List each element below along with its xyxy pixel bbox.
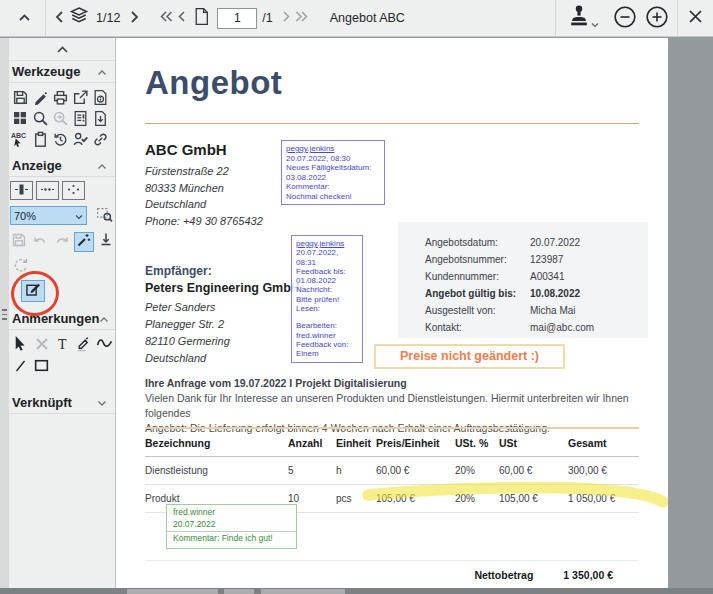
chevron-up-icon xyxy=(97,64,107,79)
sidebar-collapse-button[interactable] xyxy=(9,38,115,61)
save-button[interactable] xyxy=(10,88,30,109)
zoom-out-button[interactable] xyxy=(613,5,637,32)
scroll-to-end-button[interactable] xyxy=(97,231,115,252)
save-icon xyxy=(11,232,27,251)
undo-icon xyxy=(32,232,48,251)
sidebar: Werkzeuge ABC Anzei xyxy=(0,38,116,588)
fit-visible-button[interactable] xyxy=(36,181,59,200)
history-icon xyxy=(52,131,69,151)
chevron-right-icon xyxy=(130,10,140,27)
prev-page-button[interactable] xyxy=(177,10,186,26)
history-button[interactable] xyxy=(50,130,70,151)
select-text-button[interactable]: ABC xyxy=(10,130,30,151)
annotation-tools-grid: T xyxy=(9,330,116,384)
undo-button[interactable] xyxy=(31,231,49,252)
export-button[interactable] xyxy=(70,88,90,109)
pdf-annotation-app: 1/12 /1 Angebot ABC xyxy=(0,0,713,594)
delete-annotation-button[interactable] xyxy=(31,334,52,356)
edit-annotation-button[interactable] xyxy=(21,280,45,302)
rotate-button[interactable] xyxy=(10,256,30,277)
collapse-toolbar-button[interactable] xyxy=(17,11,32,26)
sign-pen-button[interactable] xyxy=(30,88,50,109)
chevron-down-icon xyxy=(97,395,107,410)
grid-icon xyxy=(12,110,28,129)
layers-icon xyxy=(68,6,90,30)
document-info-button[interactable] xyxy=(90,88,110,109)
sender-block: ABC GmbH Fürstenstraße 22 80333 München … xyxy=(145,141,263,229)
sidebar-grip[interactable] xyxy=(0,306,7,320)
double-chevron-right-icon xyxy=(294,10,309,26)
zoom-level-select[interactable]: 70% xyxy=(10,206,87,225)
chevron-up-icon xyxy=(97,158,107,173)
search-next-button[interactable] xyxy=(50,109,70,130)
form-fields-button[interactable] xyxy=(70,109,90,130)
fit-width-button[interactable] xyxy=(10,181,33,200)
last-page-button[interactable] xyxy=(294,10,309,26)
redo-icon xyxy=(54,232,70,251)
search-button[interactable] xyxy=(30,109,50,130)
marquee-zoom-icon xyxy=(96,206,113,226)
svg-text:T: T xyxy=(58,337,67,352)
total-row: Nettobetrag 1 350,00 € xyxy=(145,569,613,581)
prev-annotation-button[interactable] xyxy=(54,10,64,27)
toolbar-separator xyxy=(555,0,556,36)
close-button[interactable] xyxy=(687,8,704,28)
page-number-input[interactable] xyxy=(217,8,257,29)
rotate-icon xyxy=(12,257,29,277)
download-icon xyxy=(92,110,109,130)
magic-wand-button[interactable] xyxy=(74,232,94,252)
panel-title: Werkzeuge xyxy=(12,64,80,79)
chevron-right-icon xyxy=(282,10,291,26)
heading-rule xyxy=(145,123,639,124)
panel-header-anmerkungen[interactable]: Anmerkungen xyxy=(9,308,115,330)
download-button[interactable] xyxy=(90,109,110,130)
zoom-controls: 70% xyxy=(9,202,115,228)
feedback-annotation[interactable]: peggy.jenkins 20.07.2022, 08:31 Feedback… xyxy=(291,235,363,363)
grid-view-button[interactable] xyxy=(10,109,30,130)
freehand-icon xyxy=(96,335,113,355)
print-icon xyxy=(52,89,69,109)
certify-icon xyxy=(72,131,89,151)
marquee-zoom-button[interactable] xyxy=(94,205,114,226)
text-tool-button[interactable]: T xyxy=(52,334,73,356)
print-button[interactable] xyxy=(50,88,70,109)
annotation-author: peggy.jenkins xyxy=(286,144,380,154)
first-page-button[interactable] xyxy=(159,10,174,26)
toolbar-separator xyxy=(677,0,678,36)
next-annotation-button[interactable] xyxy=(130,10,140,27)
chevron-down-icon xyxy=(75,210,83,222)
highlighter-button[interactable] xyxy=(73,334,94,356)
panel-header-verknuepft[interactable]: Verknüpft xyxy=(9,392,115,414)
freehand-button[interactable] xyxy=(94,334,115,356)
total-label: Nettobetrag xyxy=(474,569,533,581)
clipboard-button[interactable] xyxy=(30,130,50,151)
line-tool-icon xyxy=(13,358,29,377)
total-rule xyxy=(145,560,639,561)
annotation-author: peggy.jenkins xyxy=(296,239,358,248)
zoom-in-button[interactable] xyxy=(645,5,669,32)
link-button[interactable] xyxy=(90,130,110,151)
panel-header-werkzeuge[interactable]: Werkzeuge xyxy=(9,61,115,83)
due-date-annotation[interactable]: peggy.jenkins 20.07.2022, 08:30 Neues Fä… xyxy=(281,140,385,205)
chevron-up-icon xyxy=(17,11,32,26)
panel-header-anzeige[interactable]: Anzeige xyxy=(9,155,115,177)
line-tool-button[interactable] xyxy=(10,356,31,378)
page-icon xyxy=(193,7,210,30)
comment-annotation[interactable]: fred.winner 20.07.2022 Kommentar: Finde … xyxy=(166,504,297,549)
rectangle-tool-button[interactable] xyxy=(31,356,52,378)
certify-button[interactable] xyxy=(70,130,90,151)
next-page-button[interactable] xyxy=(282,10,291,26)
chevron-up-icon xyxy=(56,40,69,58)
fit-page-button[interactable] xyxy=(62,181,85,200)
view-action-buttons xyxy=(9,228,115,254)
scroll-to-end-icon xyxy=(98,232,114,251)
select-text-icon: ABC xyxy=(11,131,29,151)
zoom-in-icon xyxy=(645,5,669,32)
stamp-button[interactable] xyxy=(566,4,592,32)
price-banner-annotation[interactable]: Preise nicht geändert :) xyxy=(374,344,565,369)
fit-page-icon xyxy=(66,183,81,199)
select-annotation-button[interactable] xyxy=(10,334,31,356)
fit-visible-icon xyxy=(40,183,55,199)
redo-button[interactable] xyxy=(52,231,70,252)
save-view-button[interactable] xyxy=(10,231,28,252)
